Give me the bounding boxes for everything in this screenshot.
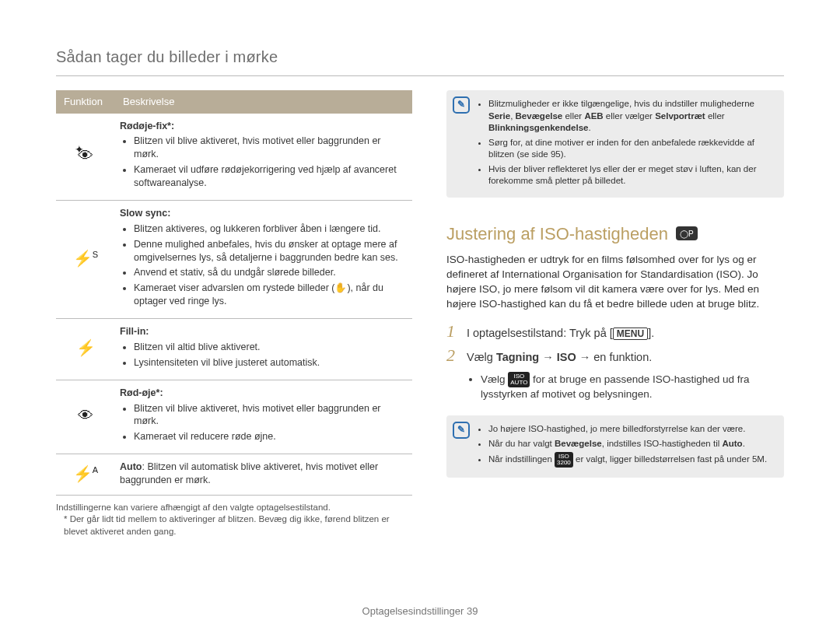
row-text: : Blitzen vil automatisk blive aktiveret… <box>120 461 378 485</box>
iso-3200-icon: ISO3200 <box>555 452 573 468</box>
page-title: Sådan tager du billeder i mørke <box>56 47 784 76</box>
redeye-icon: 👁 <box>78 407 93 424</box>
row-bullet: Kameraet vil udføre rødøjekorrigering ve… <box>134 163 408 190</box>
step-2-sub: Vælg ISOAUTO for at bruge en passende IS… <box>481 372 784 401</box>
fill-in-icon: ⚡ <box>76 339 96 356</box>
table-row: ⚡ Fill-in: Blitzen vil altid blive aktiv… <box>56 319 412 380</box>
section-body: ISO-hastigheden er udtryk for en films f… <box>446 253 784 312</box>
th-funktion: Funktion <box>56 90 115 114</box>
row-title: Rødøje-fix*: <box>120 120 408 133</box>
table-row: 👁✦ Rødøje-fix*: Blitzen vil blive aktive… <box>56 114 412 201</box>
footnote-block: Indstillingerne kan variere afhængigt af… <box>56 502 412 538</box>
note-item: Jo højere ISO-hastighed, jo mere billedf… <box>488 423 775 436</box>
row-bullet: Kameraet vil reducere røde øjne. <box>134 430 408 443</box>
flash-options-table: Funktion Beskrivelse 👁✦ Rødøje-fix*: Bli… <box>56 90 412 496</box>
note-icon: ✎ <box>453 96 470 114</box>
slow-sync-icon: ⚡S <box>73 250 98 267</box>
note-item: Når du har valgt Bevægelse, indstilles I… <box>488 438 775 450</box>
section-heading: Justering af ISO-hastigheden ◯P <box>446 222 784 246</box>
row-bullet: Blitzen vil blive aktiveret, hvis motive… <box>134 402 408 429</box>
iso-auto-icon: ISOAUTO <box>508 372 530 387</box>
table-row: ⚡S Slow sync: Blitzen aktiveres, og lukk… <box>56 200 412 318</box>
note-item: Når indstillingen ISO3200 er valgt, ligg… <box>488 452 775 468</box>
table-row: 👁 Rød-øje*: Blitzen vil blive aktiveret,… <box>56 380 412 454</box>
step-number: 1 <box>446 323 459 342</box>
note-item: Hvis der bliver reflekteret lys eller de… <box>488 163 775 187</box>
row-title-inline: Auto <box>120 461 142 472</box>
step-2: 2 Vælg Tagning → ISO → en funktion. <box>446 347 784 366</box>
th-beskrivelse: Beskrivelse <box>115 90 412 114</box>
footnote-line: Indstillingerne kan variere afhængigt af… <box>56 503 331 512</box>
note-box-iso: ✎ Jo højere ISO-hastighed, jo mere bille… <box>446 415 784 478</box>
step-1: 1 I optagelsestilstand: Tryk på [MENU]. <box>446 323 784 342</box>
row-bullet: Anvend et stativ, så du undgår slørede b… <box>134 266 408 279</box>
row-title: Fill-in: <box>120 325 408 338</box>
note-icon: ✎ <box>453 422 470 439</box>
row-bullet: Lysintensiteten vil blive justeret autom… <box>134 356 408 370</box>
page-footer: Optagelsesindstillinger 39 <box>0 604 840 618</box>
table-row: ⚡A Auto: Blitzen vil automatisk blive ak… <box>56 454 412 496</box>
row-title: Slow sync: <box>120 207 408 220</box>
row-title: Rød-øje*: <box>120 387 408 400</box>
note-item: Sørg for, at dine motiver er inden for d… <box>488 137 775 161</box>
footnote-line: * Der går lidt tid mellem to aktiveringe… <box>56 513 412 538</box>
row-bullet: Blitzen vil altid blive aktiveret. <box>134 341 408 354</box>
note-box-flash: ✎ Blitzmuligheder er ikke tilgængelige, … <box>446 90 784 198</box>
auto-flash-icon: ⚡A <box>73 465 98 482</box>
row-bullet: Kameraet viser advarslen om rystede bill… <box>134 282 408 308</box>
menu-key-icon: MENU <box>613 328 648 340</box>
note-item: Blitzmuligheder er ikke tilgængelige, hv… <box>488 98 775 135</box>
redeye-fix-icon: 👁✦ <box>78 147 93 164</box>
row-bullet: Blitzen vil blive aktiveret, hvis motive… <box>134 135 408 161</box>
step-number: 2 <box>446 347 459 366</box>
row-bullet: Blitzen aktiveres, og lukkeren forbliver… <box>134 222 408 236</box>
mode-badge-icon: ◯P <box>676 226 698 240</box>
row-bullet: Denne mulighed anbefales, hvis du ønsker… <box>134 238 408 264</box>
